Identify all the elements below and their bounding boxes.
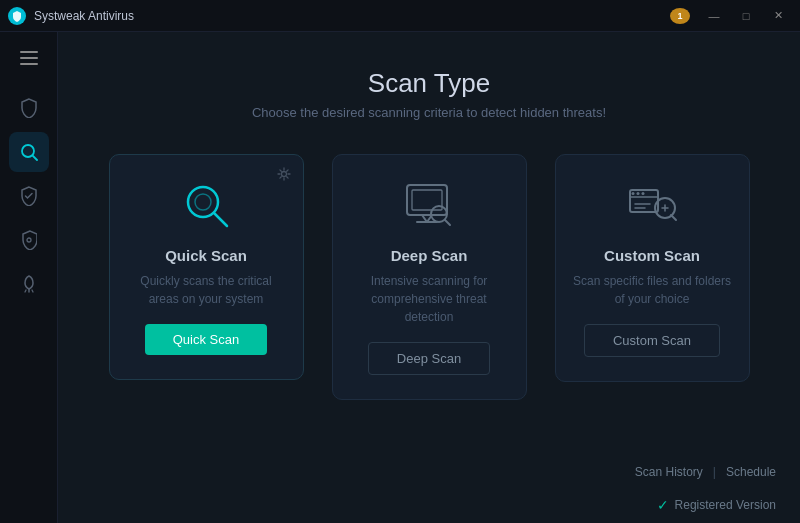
registered-text: Registered Version — [675, 498, 776, 512]
title-bar-left: Systweak Antivirus — [8, 7, 134, 25]
footer-separator: | — [713, 465, 716, 479]
app-title: Systweak Antivirus — [34, 9, 134, 23]
quick-scan-desc: Quickly scans the critical areas on your… — [126, 272, 287, 308]
deep-scan-card: Deep Scan Intensive scanning for compreh… — [332, 154, 527, 400]
quick-scan-button[interactable]: Quick Scan — [145, 324, 267, 355]
sidebar-item-vpn[interactable] — [9, 220, 49, 260]
custom-scan-button[interactable]: Custom Scan — [584, 324, 720, 357]
close-button[interactable]: ✕ — [764, 6, 792, 26]
content-area: Scan Type Choose the desired scanning cr… — [58, 32, 800, 523]
custom-scan-desc: Scan specific files and folders of your … — [572, 272, 733, 308]
minimize-button[interactable]: — — [700, 6, 728, 26]
schedule-link[interactable]: Schedule — [726, 465, 776, 479]
page-header: Scan Type Choose the desired scanning cr… — [58, 32, 800, 144]
app-logo — [8, 7, 26, 25]
window-controls: 1 — □ ✕ — [670, 6, 792, 26]
custom-scan-title: Custom Scan — [604, 247, 700, 264]
quick-scan-card: Quick Scan Quickly scans the critical ar… — [109, 154, 304, 380]
svg-line-16 — [445, 220, 450, 225]
quick-scan-settings-icon[interactable] — [277, 167, 291, 181]
quick-scan-icon — [176, 175, 236, 235]
sidebar-hamburger[interactable] — [11, 40, 47, 76]
deep-scan-button[interactable]: Deep Scan — [368, 342, 490, 375]
main-layout: Scan Type Choose the desired scanning cr… — [0, 32, 800, 523]
svg-point-6 — [281, 172, 286, 177]
page-title: Scan Type — [78, 68, 780, 99]
svg-line-1 — [33, 156, 37, 160]
custom-scan-card: Custom Scan Scan specific files and fold… — [555, 154, 750, 382]
svg-line-5 — [32, 290, 33, 292]
sidebar — [0, 32, 58, 523]
page-subtitle: Choose the desired scanning criteria to … — [78, 105, 780, 120]
svg-point-19 — [636, 192, 639, 195]
sidebar-item-boost[interactable] — [9, 264, 49, 304]
sidebar-item-protection[interactable] — [9, 88, 49, 128]
custom-scan-icon — [622, 175, 682, 235]
svg-line-24 — [671, 215, 676, 220]
notification-badge[interactable]: 1 — [670, 8, 690, 24]
quick-scan-title: Quick Scan — [165, 247, 247, 264]
scan-cards-container: Quick Scan Quickly scans the critical ar… — [58, 144, 800, 453]
svg-point-9 — [195, 194, 211, 210]
content-footer: Scan History | Schedule — [58, 453, 800, 491]
scan-history-link[interactable]: Scan History — [635, 465, 703, 479]
registered-row: ✓ Registered Version — [58, 491, 800, 523]
svg-point-2 — [27, 238, 31, 242]
svg-line-12 — [422, 215, 427, 222]
sidebar-item-check[interactable] — [9, 176, 49, 216]
deep-scan-desc: Intensive scanning for comprehensive thr… — [349, 272, 510, 326]
registered-check-icon: ✓ — [657, 497, 669, 513]
svg-line-8 — [214, 213, 227, 226]
maximize-button[interactable]: □ — [732, 6, 760, 26]
title-bar: Systweak Antivirus 1 — □ ✕ — [0, 0, 800, 32]
deep-scan-icon — [399, 175, 459, 235]
deep-scan-title: Deep Scan — [391, 247, 468, 264]
hamburger-icon — [20, 51, 38, 65]
svg-point-0 — [22, 145, 34, 157]
sidebar-item-scan[interactable] — [9, 132, 49, 172]
svg-line-4 — [25, 290, 26, 292]
svg-point-20 — [641, 192, 644, 195]
svg-point-18 — [631, 192, 634, 195]
